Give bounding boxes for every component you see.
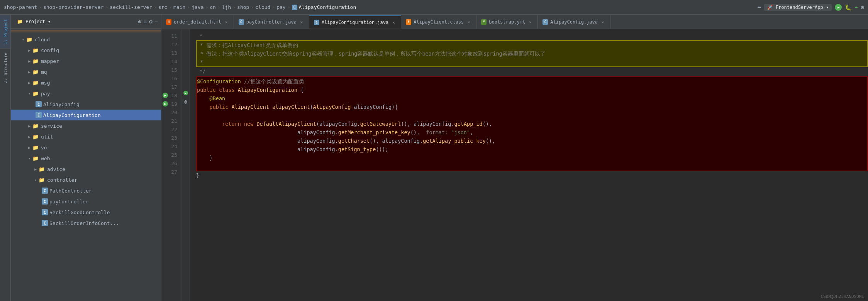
tree-item-seckillgood[interactable]: C SeckillGoodControlle	[11, 207, 161, 218]
tree-item-web[interactable]: ▾ 📁 web	[11, 153, 161, 164]
line-number: 12	[161, 40, 181, 49]
debug-icon[interactable]: 🐛	[845, 4, 851, 10]
breadcrumb-item[interactable]: cn	[210, 4, 216, 10]
line-number: 16	[161, 74, 181, 83]
tab-close-icon[interactable]: ✕	[600, 19, 605, 25]
code-token: (alipayConfig.	[316, 120, 360, 128]
class-icon: C	[36, 112, 42, 118]
back-icon[interactable]: ⬅	[757, 3, 761, 11]
code-token: AlipayConfiguration	[238, 86, 297, 94]
tree-item-mq[interactable]: ▶ 📁 mq	[11, 66, 161, 77]
tree-item-pay[interactable]: ▾ 📁 pay	[11, 88, 161, 99]
code-token	[269, 103, 272, 111]
run-gutter-icon2[interactable]: ▶	[163, 101, 168, 107]
sidebar-header: 📁 Project ▾ ⊕ ≡ ⚙ −	[11, 15, 161, 29]
app-selector[interactable]: 🚀 FrontendServerApp ▾	[764, 4, 832, 11]
code-token: * 做法：把这个类AlipayClient交给spring容器管理，spring…	[197, 49, 546, 58]
expand-arrow: ▶	[26, 124, 32, 128]
breadcrumb-sep: ›	[205, 4, 208, 10]
sidebar-project-tab[interactable]: 📁 Project ▾	[14, 17, 54, 26]
code-token: ());	[376, 145, 388, 154]
gutter-cell[interactable]: ▶	[181, 89, 190, 97]
code-token	[228, 103, 231, 111]
code-token: getMerchant_private_key	[338, 128, 410, 137]
class-icon: C	[36, 101, 42, 107]
folder-icon: 📁	[32, 123, 39, 129]
breadcrumb-item[interactable]: main	[173, 4, 185, 10]
breadcrumb-item[interactable]: java	[192, 4, 203, 10]
tab-alipayclient[interactable]: i AlipayClient.class ✕	[401, 15, 476, 29]
tree-label: payController	[49, 199, 89, 205]
tab-alipayconfig[interactable]: C AlipayConfig.java ✕	[538, 15, 610, 29]
breadcrumb-item[interactable]: shop-parent	[4, 4, 37, 10]
code-line-21: return new DefaultAlipayClient (alipayCo…	[197, 120, 867, 128]
code-token: new	[244, 120, 253, 128]
code-editor[interactable]: 11 12 13 14 15 16 17 ▶ 18 ▶	[161, 29, 868, 301]
breadcrumb-item[interactable]: seckill-server	[110, 4, 152, 10]
line-number: 17	[161, 83, 181, 91]
code-token: getSign_type	[338, 145, 376, 154]
code-token: public	[210, 103, 229, 111]
tree-item-cloud[interactable]: ▾ 📁 cloud	[11, 34, 161, 45]
tab-close-icon[interactable]: ✕	[466, 19, 471, 25]
gutter-cell	[181, 72, 190, 80]
tab-close-icon[interactable]: ✕	[299, 19, 304, 25]
tree-item-alipay-configuration[interactable]: C AlipayConfiguration	[11, 110, 161, 120]
tree-item-vo[interactable]: ▶ 📁 vo	[11, 142, 161, 153]
tab-bootstrap[interactable]: Y bootstrap.yml ✕	[476, 15, 538, 29]
gutter-cell[interactable]: @	[181, 97, 190, 106]
tab-close-icon[interactable]: ✕	[224, 19, 229, 25]
coverage-icon[interactable]: ☂	[854, 4, 858, 10]
tree-item-service[interactable]: ▶ 📁 service	[11, 120, 161, 131]
tree-item-controller[interactable]: ▾ 📁 controller	[11, 174, 161, 185]
run-gutter-icon[interactable]: ▶	[163, 93, 168, 98]
tree-item-advice[interactable]: ▶ 📁 advice	[11, 164, 161, 174]
tab-paycontroller[interactable]: C payController.java ✕	[234, 15, 309, 29]
run-button[interactable]	[835, 4, 842, 11]
tree-item-mapper[interactable]: ▶ 📁 mapper	[11, 56, 161, 66]
expand-arrow: ▶	[26, 70, 32, 74]
code-line-18: @Bean	[197, 94, 867, 103]
vtab-project[interactable]: 1: Project	[0, 15, 10, 48]
line-numbers: 11 12 13 14 15 16 17 ▶ 18 ▶	[161, 29, 181, 301]
code-token: alipayConfig.	[197, 145, 338, 154]
tab-alipayconfiguration[interactable]: C AlipayConfiguration.java ✕	[309, 15, 401, 29]
line-number: 24	[161, 142, 181, 150]
tree-item-alipay-config[interactable]: C AlipayConfig	[11, 99, 161, 110]
tab-close-icon[interactable]: ✕	[391, 20, 396, 25]
more-icon[interactable]: ⚙	[861, 4, 864, 10]
code-line-16: @Configuration //把这个类设置为配置类	[197, 77, 867, 86]
code-token: (),	[486, 137, 495, 145]
gutter-run-icon2[interactable]: ▶	[162, 101, 168, 107]
tab-close-icon[interactable]: ✕	[527, 19, 533, 25]
vtab-structure[interactable]: Z: Structure	[0, 48, 10, 87]
line-number: ▶ 18	[161, 91, 181, 100]
close-icon[interactable]: −	[155, 19, 158, 25]
gutter-run-icon[interactable]: ▶	[162, 92, 168, 98]
breadcrumb-item[interactable]: ljh	[222, 4, 231, 10]
breadcrumb-item[interactable]: pay	[276, 4, 285, 10]
tree-item-seckillorder[interactable]: C SeckillOrderInfoCont...	[11, 218, 161, 228]
tree-item-util[interactable]: ▶ 📁 util	[11, 131, 161, 142]
collapse-icon[interactable]: ≡	[144, 19, 147, 25]
tree-item-paycontroller[interactable]: C payController	[11, 196, 161, 207]
breadcrumb-item[interactable]: cloud	[255, 4, 270, 10]
tree-label: controller	[47, 177, 77, 183]
tree-label: PathController	[49, 188, 92, 194]
gutter-at-icon[interactable]: @	[184, 99, 187, 104]
tree-item-config[interactable]: ▶ 📁 config	[11, 45, 161, 56]
breadcrumb-item[interactable]: shop	[237, 4, 249, 10]
tree-item-pathcontroller[interactable]: C PathController	[11, 185, 161, 196]
breadcrumb-item[interactable]: shop-provider-server	[43, 4, 104, 10]
breadcrumb-item[interactable]: src	[158, 4, 167, 10]
tab-label: AlipayClient.class	[414, 19, 464, 25]
tab-order-detail[interactable]: H order_detail.html ✕	[161, 15, 234, 29]
expand-arrow: ▶	[26, 81, 32, 85]
code-token: public	[197, 86, 216, 94]
settings-icon[interactable]: ⚙	[149, 19, 152, 25]
locate-icon[interactable]: ⊕	[138, 19, 141, 25]
tab-label: payController.java	[246, 19, 297, 25]
tree-item-msg[interactable]: ▶ 📁 msg	[11, 77, 161, 88]
gutter-green-icon[interactable]: ▶	[183, 91, 188, 95]
breadcrumb-sep: ›	[287, 4, 290, 10]
